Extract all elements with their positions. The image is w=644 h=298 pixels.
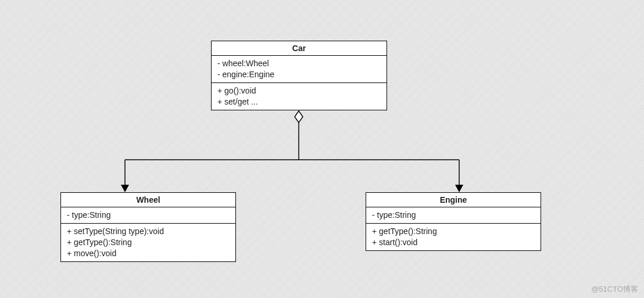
arrowhead-icon [121,185,129,192]
class-attributes: - type:String [366,207,541,224]
class-operations: + getType():String + start():void [366,224,541,250]
class-attributes: - wheel:Wheel - engine:Engine [212,56,387,83]
class-attribute: - engine:Engine [217,69,381,80]
class-operations: + setType(String type):void + getType():… [61,224,235,261]
class-operation: + go():void [217,85,381,96]
class-operation: + setType(String type):void [67,226,230,237]
class-attribute: - type:String [372,210,535,221]
class-name: Engine [366,193,541,207]
class-name: Wheel [61,193,235,207]
class-operations: + go():void + set/get ... [212,83,387,110]
class-operation: + move():void [67,248,230,259]
class-operation: + getType():String [67,237,230,248]
class-wheel: Wheel - type:String + setType(String typ… [60,192,236,262]
class-attributes: - type:String [61,207,235,224]
arrowhead-icon [455,185,463,192]
class-name: Car [212,41,387,56]
aggregation-diamond-icon [295,111,303,123]
class-engine: Engine - type:String + getType():String … [366,192,541,251]
class-operation: + start():void [372,237,535,248]
class-operation: + set/get ... [217,96,381,107]
class-attribute: - wheel:Wheel [217,58,381,69]
class-attribute: - type:String [67,210,230,221]
watermark: @51CTO博客 [591,284,638,295]
class-operation: + getType():String [372,226,535,237]
class-car: Car - wheel:Wheel - engine:Engine + go()… [211,41,387,110]
